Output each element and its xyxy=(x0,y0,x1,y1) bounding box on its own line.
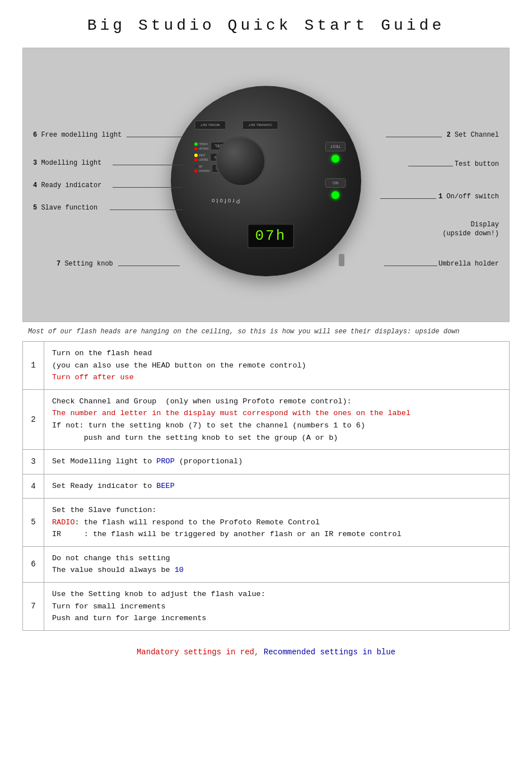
brand-label: Profoto xyxy=(210,198,240,204)
umbrella-holder-visual xyxy=(339,254,344,266)
ann-2-label: 2 Set Channel xyxy=(446,131,499,139)
step-content: Set Modelling light to PROP (proportiona… xyxy=(44,450,510,474)
steps-table: 1 Turn on the flash head (you can also u… xyxy=(22,341,510,631)
step-number: 4 xyxy=(23,474,44,498)
channel-set-btn: CHANNEL SET xyxy=(242,120,278,129)
ann-test-line xyxy=(408,166,453,166)
onoff-area: NO xyxy=(325,178,346,199)
ann-2-line xyxy=(386,137,442,137)
step-number: 7 xyxy=(23,582,44,630)
page-title: Big Studio Quick Start Guide xyxy=(22,17,510,34)
flash-device: Profoto MODEL SET CHANNEL SET FREE xyxy=(171,86,361,276)
ann-4-label: 4 Ready indicator xyxy=(33,182,101,189)
table-row: 1 Turn on the flash head (you can also u… xyxy=(23,342,510,390)
step-content: Set Ready indicator to BEEP xyxy=(44,474,510,498)
ann-5-label: 5 Slave function xyxy=(33,204,97,212)
table-row: 4 Set Ready indicator to BEEP xyxy=(23,474,510,498)
footer-mandatory: Mandatory settings in red xyxy=(137,648,254,657)
table-row: 5 Set the Slave function: RADIO: the fla… xyxy=(23,498,510,546)
step5-radio: RADIO xyxy=(52,518,75,527)
ann-display-label: Display xyxy=(471,221,499,229)
step-number: 1 xyxy=(23,342,44,390)
step-content: Do not change this setting The value sho… xyxy=(44,546,510,582)
caption-text: Most of our flash heads are hanging on t… xyxy=(22,328,510,336)
table-row: 6 Do not change this setting The value s… xyxy=(23,546,510,582)
setting-knob xyxy=(216,136,266,187)
step-number: 5 xyxy=(23,498,44,546)
step3-blue: PROP xyxy=(156,457,174,466)
flash-head-image: Profoto MODEL SET CHANNEL SET FREE xyxy=(22,48,510,322)
table-row: 7 Use the Setting knob to adjust the fla… xyxy=(23,582,510,630)
footer-recommended: Recommended settings in blue xyxy=(264,648,395,657)
ann-test-label: Test button xyxy=(455,160,499,168)
step-number: 6 xyxy=(23,546,44,582)
ann-6-label: 6 Free modelling light xyxy=(33,131,122,139)
step-content: Use the Setting knob to adjust the flash… xyxy=(44,582,510,630)
turn-off-text: Turn off after use xyxy=(52,373,134,381)
step-number: 2 xyxy=(23,389,44,449)
footer-separator: , xyxy=(254,648,264,657)
step-number: 3 xyxy=(23,450,44,474)
model-set-btn: MODEL SET xyxy=(194,120,226,129)
step4-blue: BEEP xyxy=(156,482,174,490)
ann-display-sub: (upside down!) xyxy=(442,230,499,238)
flash-display: 07h xyxy=(247,224,294,248)
ann-umbrella-label: Umbrella holder xyxy=(438,260,499,268)
ann-1-line xyxy=(380,198,436,199)
top-buttons-row: MODEL SET CHANNEL SET xyxy=(194,120,278,129)
test-area: TEST xyxy=(325,142,346,162)
table-row: 3 Set Modelling light to PROP (proportio… xyxy=(23,450,510,474)
step-content: Check Channel and Group (only when using… xyxy=(44,389,510,449)
step2-red: The number and letter in the display mus… xyxy=(52,409,410,417)
ann-3-label: 3 Modelling light xyxy=(33,159,101,167)
footer-note: Mandatory settings in red, Recommended s… xyxy=(22,648,510,657)
step6-blue: 10 xyxy=(175,566,184,574)
ann-7-label: 7 Setting knob xyxy=(57,260,113,268)
ann-1-label: 1 On/off switch xyxy=(438,193,499,201)
table-row: 2 Check Channel and Group (only when usi… xyxy=(23,389,510,449)
step-content: Turn on the flash head (you can also use… xyxy=(44,342,510,390)
ann-umbrella-line xyxy=(384,266,437,266)
step-content: Set the Slave function: RADIO: the flash… xyxy=(44,498,510,546)
